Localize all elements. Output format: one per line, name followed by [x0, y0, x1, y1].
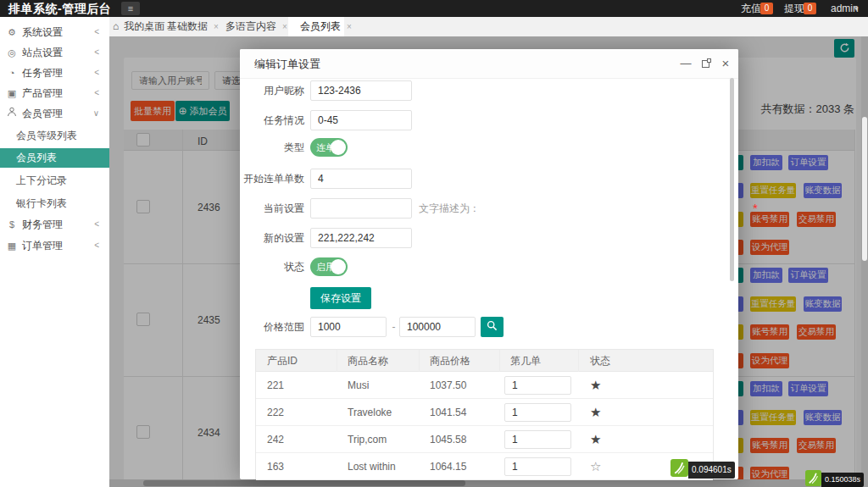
col-status: 状态 — [590, 350, 610, 372]
chevron-left-icon: < — [94, 22, 99, 42]
col-product-name: 商品名称 — [348, 350, 388, 372]
sidebar-item-member-level-list[interactable]: 会员等级列表 — [0, 125, 109, 146]
product-row: 221 Musi 1037.50 ★ — [256, 372, 713, 399]
recharge-badge: 0 — [760, 3, 773, 14]
start-count-input[interactable] — [310, 169, 412, 189]
col-order-number: 第几单 — [510, 350, 541, 372]
star-filled-icon[interactable]: ★ — [590, 426, 601, 453]
app-title: 排单系统-管理后台 — [8, 0, 111, 17]
tab-label: 我的桌面 — [124, 20, 164, 32]
sidebar-item-score-records[interactable]: 上下分记录 — [0, 170, 109, 191]
close-icon[interactable]: × — [347, 22, 352, 31]
sidebar-item-bank-card-list[interactable]: 银行卡列表 — [0, 193, 109, 213]
close-icon[interactable]: × — [720, 58, 732, 69]
topbar: 排单系统-管理后台 ≡ 充值 0 提现 0 admin ▾ — [0, 0, 868, 17]
modal-title: 编辑订单设置 — [254, 49, 320, 79]
tab-label: 会员列表 — [300, 20, 341, 32]
toggle-knob — [331, 259, 346, 274]
sidebar-item-member-management[interactable]: 会员管理 ∨ — [0, 103, 109, 124]
star-filled-icon[interactable]: ★ — [590, 372, 601, 399]
order-icon: ▦ — [7, 235, 17, 256]
type-toggle[interactable]: 连单 — [310, 138, 348, 157]
sidebar: ⚙ 系统设置 < ◎ 站点设置 < ◔ 任务管理 < ▣ 产品管理 < 会员管理… — [0, 17, 109, 487]
home-icon: ⌂ — [113, 20, 119, 32]
new-setting-input[interactable] — [310, 228, 412, 248]
sidebar-item-task-management[interactable]: ◔ 任务管理 < — [0, 63, 109, 83]
sidebar-item-site-settings[interactable]: ◎ 站点设置 < — [0, 42, 109, 63]
save-settings-button[interactable]: 保存设置 — [310, 287, 371, 309]
trace-leaf-icon — [670, 459, 688, 480]
product-id: 221 — [267, 372, 284, 399]
tab-label: 基础数据 — [167, 20, 208, 32]
tab-bar: ⌂我的桌面 基础数据× 多语言内容× 会员列表× — [109, 17, 868, 36]
close-icon[interactable]: × — [282, 22, 287, 31]
star-outline-icon[interactable]: ☆ — [590, 453, 601, 480]
current-setting-label: 当前设置 — [240, 198, 304, 219]
status-toggle[interactable]: 启用 — [310, 257, 348, 276]
product-price: 1064.15 — [430, 453, 466, 480]
product-table-header: 产品ID 商品名称 商品价格 第几单 状态 — [256, 350, 713, 372]
modal-header: 编辑订单设置 — × — [240, 49, 738, 79]
price-search-button[interactable] — [481, 317, 504, 337]
product-name: Traveloke — [348, 399, 392, 426]
product-price: 1045.58 — [430, 426, 466, 453]
required-asterisk: * — [753, 198, 758, 219]
minimize-icon[interactable]: — — [680, 58, 692, 69]
current-setting-input[interactable] — [310, 198, 412, 219]
chevron-left-icon: < — [94, 235, 99, 256]
hamburger-menu-icon[interactable]: ≡ — [121, 2, 140, 15]
task-status-label: 任务情况 — [240, 110, 304, 130]
current-setting-note: *文字描述为： — [419, 198, 480, 219]
toggle-knob — [331, 140, 346, 155]
caret-down-icon[interactable]: ▾ — [854, 0, 859, 17]
chevron-down-icon: ∨ — [93, 103, 99, 124]
product-name: Musi — [348, 372, 369, 399]
product-row: 242 Trip,com 1045.58 ★ — [256, 426, 713, 453]
sidebar-item-finance-management[interactable]: $ 财务管理 < — [0, 214, 109, 235]
start-count-label: 开始连单单数 — [240, 169, 304, 189]
sidebar-item-order-management[interactable]: ▦ 订单管理 < — [0, 235, 109, 256]
price-range-label: 价格范围 — [240, 317, 304, 337]
col-product-price: 商品价格 — [430, 350, 470, 372]
nickname-label: 用户昵称 — [240, 80, 304, 101]
task-icon: ◔ — [7, 63, 17, 83]
withdraw-link[interactable]: 提现 — [784, 0, 804, 17]
price-min-input[interactable] — [310, 317, 387, 337]
nickname-input[interactable] — [310, 80, 412, 101]
task-status-input[interactable] — [310, 110, 412, 130]
order-number-input[interactable] — [504, 430, 571, 449]
tab-basic-data[interactable]: 基础数据× — [167, 17, 219, 36]
recharge-link[interactable]: 充值 — [741, 0, 761, 17]
tab-home[interactable]: ⌂我的桌面 — [113, 17, 164, 36]
product-row: 222 Traveloke 1041.54 ★ — [256, 399, 713, 426]
new-setting-label: 新的设置 — [240, 228, 304, 248]
product-name: Lost within — [348, 453, 396, 480]
product-icon: ▣ — [7, 83, 17, 103]
search-icon — [487, 320, 498, 334]
sidebar-item-member-list[interactable]: 会员列表 — [0, 148, 109, 168]
app-window: 排单系统-管理后台 ≡ 充值 0 提现 0 admin ▾ ⌂我的桌面 基础数据… — [0, 0, 868, 487]
maximize-icon[interactable] — [702, 60, 709, 68]
order-number-input[interactable] — [504, 403, 571, 422]
price-range-dash: - — [389, 317, 398, 337]
star-filled-icon[interactable]: ★ — [590, 399, 601, 426]
edit-order-settings-modal: 编辑订单设置 — × 用户昵称 任务情况 类型 连单 开始连单单数 当前设置 *… — [240, 49, 738, 479]
tab-member-list[interactable]: 会员列表× — [288, 17, 344, 36]
sidebar-item-product-management[interactable]: ▣ 产品管理 < — [0, 83, 109, 103]
product-price: 1041.54 — [430, 399, 466, 426]
order-number-input[interactable] — [504, 457, 571, 476]
product-name: Trip,com — [348, 426, 387, 453]
modal-scrollbar-thumb[interactable] — [730, 78, 734, 281]
product-table: 产品ID 商品名称 商品价格 第几单 状态 221 Musi 1037.50 ★… — [255, 349, 714, 479]
price-max-input[interactable] — [399, 317, 476, 337]
sidebar-item-system-settings[interactable]: ⚙ 系统设置 < — [0, 22, 109, 42]
close-icon[interactable]: × — [214, 22, 219, 31]
status-label: 状态 — [240, 257, 304, 276]
order-number-input[interactable] — [504, 376, 571, 395]
vertical-scrollbar-thumb[interactable] — [862, 117, 867, 261]
product-id: 242 — [267, 426, 284, 453]
chevron-left-icon: < — [94, 63, 99, 83]
trace-time: 0.150038s — [821, 473, 864, 487]
maximize-icon-inner — [707, 58, 711, 63]
tab-multilanguage[interactable]: 多语言内容× — [225, 17, 287, 36]
